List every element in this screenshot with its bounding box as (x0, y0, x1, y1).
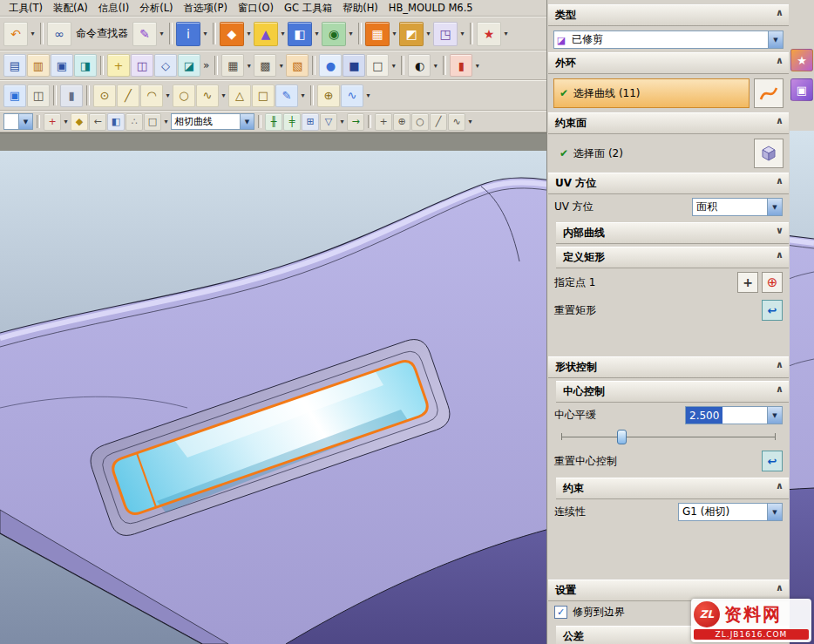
spline-tool-icon[interactable]: ∿ (196, 85, 219, 107)
expand-chevron-icon[interactable] (776, 225, 783, 236)
snap-midpoint-icon[interactable]: + (375, 113, 392, 131)
collapse-chevron-icon[interactable] (776, 7, 783, 18)
section-header-constraints[interactable]: 约束 (556, 478, 789, 499)
section-header-outer-loop[interactable]: 外环 (548, 52, 789, 74)
unite-icon[interactable]: ◩ (399, 22, 424, 46)
point-tool-icon[interactable]: ⊙ (93, 85, 116, 107)
snap-center-icon[interactable]: ⊕ (393, 113, 410, 131)
dropdown-arrow-icon[interactable] (277, 62, 285, 70)
layer-settings-icon[interactable]: ▦ (221, 54, 244, 77)
selection-scope-combo[interactable] (3, 113, 33, 130)
dropdown-arrow-icon[interactable] (424, 30, 432, 37)
selection-filter-icon[interactable]: ▽ (320, 113, 337, 131)
snap-point-icon[interactable]: ⊕ (317, 85, 340, 107)
orient-cube-icon[interactable]: ◧ (107, 113, 125, 131)
select-face-list[interactable]: 选择面 (2) (553, 139, 750, 168)
type-dropdown[interactable]: 已修剪 (553, 31, 783, 49)
measure-distance-icon[interactable]: + (107, 54, 130, 77)
section-header-constraint-faces[interactable]: 约束面 (548, 112, 789, 134)
edit-selection-icon[interactable]: ✎ (132, 22, 157, 46)
wireframe-icon[interactable]: ◇ (154, 54, 177, 77)
menu-item[interactable]: GC 工具箱 (279, 1, 337, 16)
bounding-box-icon[interactable]: □ (366, 54, 389, 77)
work-csys-icon[interactable]: ◆ (71, 113, 88, 131)
dropdown-arrow-icon[interactable] (364, 92, 372, 99)
dropdown-arrow-icon[interactable] (313, 30, 321, 37)
dropdown-arrow-icon[interactable] (466, 118, 474, 125)
export-file-icon[interactable]: ◨ (74, 54, 97, 77)
save-file-icon[interactable]: ▣ (51, 54, 73, 77)
helix-tool-icon[interactable]: ∿ (341, 85, 363, 107)
dropdown-arrow-icon[interactable] (431, 62, 439, 70)
slider-handle[interactable] (617, 430, 627, 444)
stop-at-intersection-icon[interactable]: ╫ (265, 113, 282, 131)
dropdown-arrow-icon[interactable] (201, 30, 209, 37)
point-constructor-button[interactable] (737, 272, 758, 293)
dropdown-arrow-icon[interactable] (390, 62, 397, 70)
center-flat-input[interactable]: 2.500 (685, 406, 783, 424)
dropdown-arrow-icon[interactable] (473, 62, 481, 70)
work-grid-icon[interactable]: ▧ (286, 54, 309, 77)
menu-item[interactable]: 分析(L) (134, 1, 178, 16)
collapse-chevron-icon[interactable] (776, 359, 783, 370)
bookmark-icon[interactable]: ★ (477, 22, 501, 46)
collapse-chevron-icon[interactable] (776, 175, 783, 186)
pattern-feature-icon[interactable]: ▦ (365, 22, 390, 46)
menu-item[interactable]: HB_MOULD M6.5 (383, 1, 478, 15)
select-curve-list[interactable]: 选择曲线 (11) (553, 78, 750, 108)
combo-arrow-icon[interactable] (240, 114, 254, 129)
menu-item[interactable]: 信息(I) (93, 1, 134, 16)
dropdown-arrow-icon[interactable] (338, 118, 346, 125)
section-header-type[interactable]: 类型 (548, 4, 789, 26)
snap-endpoint-icon[interactable]: ╱ (430, 113, 447, 131)
render-style-icon[interactable]: ◐ (408, 54, 431, 77)
dropdown-arrow-icon[interactable] (220, 92, 227, 99)
line-tool-icon[interactable]: ╱ (117, 85, 139, 107)
section-header-shape-control[interactable]: 形状控制 (548, 356, 789, 378)
continuity-dropdown-arrow-icon[interactable] (767, 504, 782, 520)
collapse-chevron-icon[interactable] (776, 582, 783, 593)
sheet-body-icon[interactable]: ◳ (433, 22, 458, 46)
follow-fillet-icon[interactable]: ╪ (283, 113, 301, 131)
section-header-internal-curves[interactable]: 内部曲线 (556, 222, 789, 244)
reset-center-button[interactable] (762, 451, 783, 471)
reset-rectangle-button[interactable] (762, 300, 783, 321)
uv-orientation-dropdown[interactable]: 面积 (692, 198, 783, 216)
sphere-display-icon[interactable]: ● (319, 54, 342, 77)
dropdown-arrow-icon[interactable] (62, 118, 70, 125)
cube-display-icon[interactable]: ■ (343, 54, 365, 77)
section-header-center-control[interactable]: 中心控制 (556, 381, 789, 403)
dropdown-arrow-icon[interactable] (347, 30, 355, 37)
cylinder-primitive-icon[interactable]: ▮ (60, 85, 83, 107)
collapse-chevron-icon[interactable] (776, 383, 783, 395)
assembly-navigator-icon[interactable]: ⊞ (302, 113, 319, 131)
dropdown-arrow-icon[interactable] (458, 30, 466, 37)
face-select-button[interactable] (754, 139, 783, 168)
menu-item[interactable]: 窗口(O) (233, 1, 279, 16)
curve-select-button[interactable] (754, 78, 783, 108)
collapse-chevron-icon[interactable] (776, 55, 783, 66)
collapse-chevron-icon[interactable] (776, 480, 783, 491)
polygon-tool-icon[interactable]: △ (228, 85, 251, 107)
uv-dropdown-arrow-icon[interactable] (767, 199, 782, 215)
rect-lasso-icon[interactable]: □ (144, 113, 161, 131)
dropdown-arrow-icon[interactable] (390, 30, 398, 37)
confirm-arrow-icon[interactable]: → (347, 113, 364, 131)
dropdown-arrow-icon[interactable] (245, 30, 253, 37)
docked-tool-star-icon[interactable] (790, 49, 813, 71)
info-icon[interactable]: i (176, 22, 200, 46)
capture-image-icon[interactable]: ◫ (27, 85, 50, 107)
new-file-icon[interactable]: ▤ (3, 54, 26, 77)
collapse-chevron-icon[interactable] (776, 115, 783, 126)
view-layout-icon[interactable]: ▩ (254, 54, 276, 77)
dropdown-arrow-icon[interactable] (502, 30, 510, 37)
center-flat-arrow-icon[interactable] (767, 407, 782, 424)
menu-item[interactable]: 首选项(P) (179, 1, 233, 16)
shaded-view-icon[interactable]: ◪ (178, 54, 200, 77)
center-flat-slider[interactable] (561, 430, 776, 444)
arc-tool-icon[interactable]: ◠ (140, 85, 163, 107)
combo-arrow-icon[interactable] (18, 114, 32, 129)
dropdown-arrow-icon[interactable] (245, 62, 253, 70)
rectangle-tool-icon[interactable]: □ (252, 85, 275, 107)
extrude-icon[interactable]: ◧ (288, 22, 312, 46)
